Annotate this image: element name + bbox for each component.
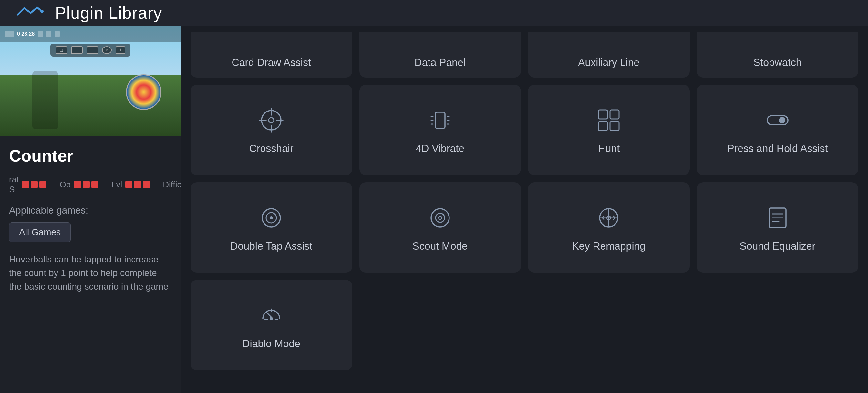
stat-lvl-label: Lvl (112, 180, 122, 190)
plugin-card-label: Crosshair (249, 143, 293, 155)
dot (125, 181, 132, 188)
crosshair-icon (257, 106, 286, 135)
plugin-card-label: Card Draw Assist (232, 57, 311, 68)
top-row: Card Draw Assist Data Panel Auxiliary Li… (190, 32, 858, 78)
plugin-stats: rat S Op Lvl (9, 174, 172, 195)
main-content: 0 28:28 □ ○ (0, 26, 868, 393)
svg-rect-16 (598, 121, 608, 131)
svg-rect-14 (598, 110, 608, 119)
svg-point-34 (270, 317, 273, 320)
header: Plugin Library (0, 0, 868, 26)
plugin-card-data-panel[interactable]: Data Panel (360, 32, 521, 78)
plugin-card-label: Key Remapping (572, 240, 646, 252)
plugin-card-scout-mode[interactable]: Scout Mode (360, 182, 521, 273)
plugin-card-label: Stopwatch (753, 57, 802, 68)
plugin-card-label: Sound Equalizer (740, 240, 815, 252)
plugin-name: Counter (9, 146, 172, 166)
right-panel: Card Draw Assist Data Panel Auxiliary Li… (181, 26, 868, 393)
plugin-card-auxiliary-line[interactable]: Auxiliary Line (528, 32, 690, 78)
plugin-card-key-remapping[interactable]: Key Remapping (528, 182, 690, 273)
plugin-card-diablo-mode[interactable]: Diablo Mode (190, 280, 352, 370)
svg-point-2 (269, 118, 274, 123)
game-preview: 0 28:28 □ ○ (0, 26, 181, 136)
stat-op: Op (59, 174, 98, 195)
page-title: Plugin Library (55, 3, 162, 23)
plugin-card-label: Diablo Mode (242, 338, 300, 350)
sound-eq-icon (763, 203, 792, 232)
dot (22, 181, 29, 188)
svg-line-35 (267, 312, 271, 317)
plugin-info: Counter rat S Op (0, 136, 181, 393)
double-tap-icon (257, 203, 286, 232)
plugin-card-label: Scout Mode (412, 240, 468, 252)
key-remap-icon (594, 203, 623, 232)
svg-rect-17 (610, 121, 619, 131)
diablo-icon (257, 301, 286, 330)
toggle-icon (763, 106, 792, 135)
stat-rat-label: rat S (9, 174, 19, 195)
dot (143, 181, 150, 188)
applicable-label: Applicable games: (9, 205, 172, 216)
svg-point-25 (438, 216, 442, 220)
plugin-card-crosshair[interactable]: Crosshair (190, 85, 352, 175)
svg-point-23 (431, 209, 449, 227)
plugin-card-hunt[interactable]: Hunt (528, 85, 690, 175)
plugin-card-4d-vibrate[interactable]: 4D Vibrate (360, 85, 521, 175)
svg-point-22 (270, 216, 273, 220)
vibrate-icon (426, 106, 455, 135)
plugin-card-label: 4D Vibrate (415, 143, 464, 155)
stat-diffic-label: Diffic (163, 180, 181, 190)
svg-rect-15 (610, 110, 619, 119)
plugin-card-label: Double Tap Assist (230, 240, 312, 252)
dot (39, 181, 46, 188)
stat-rat: rat S (9, 174, 46, 195)
dot (74, 181, 81, 188)
app-logo (13, 3, 45, 23)
dot (83, 181, 90, 188)
plugin-card-label: Press and Hold Assist (727, 143, 828, 155)
svg-point-0 (40, 10, 43, 13)
dot (134, 181, 141, 188)
plugin-card-label: Hunt (598, 143, 620, 155)
svg-point-24 (436, 213, 445, 222)
scout-icon (426, 203, 455, 232)
hunt-icon (594, 106, 623, 135)
svg-rect-7 (435, 112, 445, 128)
dot (91, 181, 98, 188)
stat-op-label: Op (59, 180, 71, 190)
plugin-card-double-tap-assist[interactable]: Double Tap Assist (190, 182, 352, 273)
plugin-description: Hoverballs can be tapped to increase the… (9, 253, 172, 293)
plugin-grid: Crosshair 4D Vibrate (190, 85, 858, 370)
stat-lvl: Lvl (112, 174, 150, 195)
plugin-card-label: Data Panel (414, 57, 466, 68)
plugin-card-card-draw-assist[interactable]: Card Draw Assist (190, 32, 352, 78)
plugin-card-press-hold-assist[interactable]: Press and Hold Assist (697, 85, 859, 175)
svg-point-19 (779, 117, 785, 123)
plugin-card-stopwatch[interactable]: Stopwatch (697, 32, 859, 78)
plugin-card-label: Auxiliary Line (578, 57, 640, 68)
plugin-card-sound-equalizer[interactable]: Sound Equalizer (697, 182, 859, 273)
left-panel: 0 28:28 □ ○ (0, 26, 181, 393)
all-games-button[interactable]: All Games (9, 222, 71, 243)
dot (31, 181, 38, 188)
